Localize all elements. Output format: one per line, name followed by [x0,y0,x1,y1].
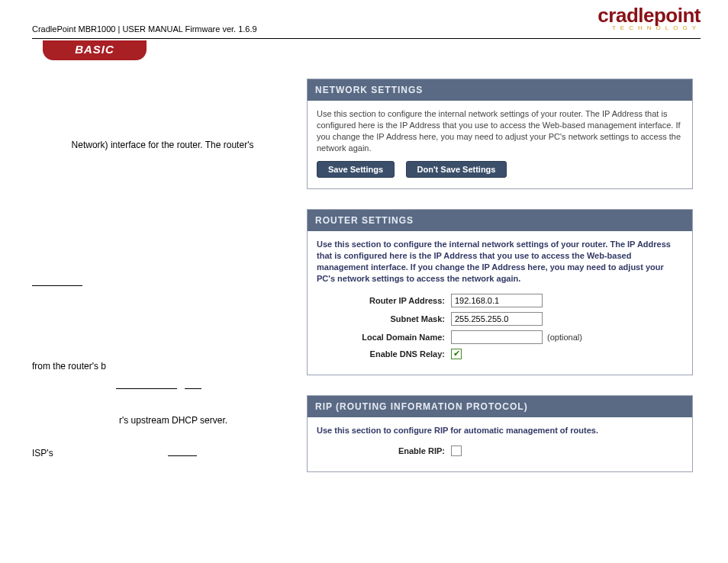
panel-title: ROUTER SETTINGS [308,210,692,231]
panel-description: Use this section to configure the intern… [317,108,683,153]
enable-rip-checkbox[interactable] [451,446,462,456]
dont-save-settings-button[interactable]: Don't Save Settings [406,161,507,178]
right-column: NETWORK SETTINGS Use this section to con… [307,79,693,563]
brand-logo: cradlepoint TECHNOLOGY [598,6,701,31]
subnet-mask-input[interactable] [451,312,543,326]
section-tab-basic: BASIC [43,40,147,60]
router-ip-input[interactable] [451,294,543,307]
optional-hint: (optional) [547,333,582,342]
body-fragment: Network) interface for the router. The r… [32,138,293,153]
logo-sub: TECHNOLOGY [599,25,701,31]
panel-rip: RIP (ROUTING INFORMATION PROTOCOL) Use t… [307,395,693,472]
panel-description: Use this section to configure RIP for au… [317,425,683,436]
router-ip-label: Router IP Address: [317,296,445,305]
panel-title: RIP (ROUTING INFORMATION PROTOCOL) [308,396,692,417]
enable-dns-relay-checkbox[interactable]: ✔ [451,349,462,359]
body-fragment: from the router's b [32,359,293,374]
body-fragment: r's upstream DHCP server. [32,413,293,428]
panel-title: NETWORK SETTINGS [308,79,692,101]
save-settings-button[interactable]: Save Settings [317,161,395,178]
header-rule [32,38,701,39]
enable-dns-relay-label: Enable DNS Relay: [317,349,445,359]
enable-rip-label: Enable RIP: [317,446,445,455]
logo-main: cradlepoint [598,6,701,25]
panel-description: Use this section to configure the intern… [317,239,683,284]
panel-network-settings: NETWORK SETTINGS Use this section to con… [307,79,693,189]
local-domain-label: Local Domain Name: [317,333,445,342]
left-column: Network) interface for the router. The r… [32,79,307,563]
body-fragment: ISP's [32,446,293,461]
subnet-mask-label: Subnet Mask: [317,314,445,323]
local-domain-input[interactable] [451,330,543,344]
panel-router-settings: ROUTER SETTINGS Use this section to conf… [307,209,693,375]
